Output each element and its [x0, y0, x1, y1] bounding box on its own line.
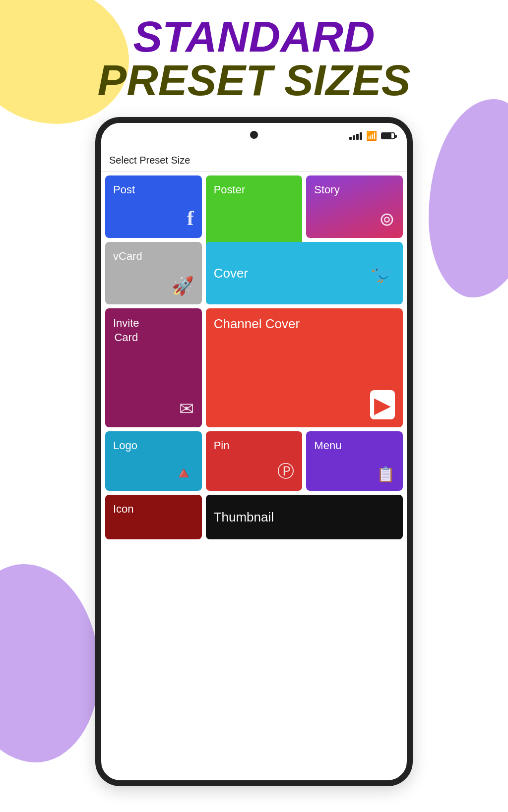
invite-icon: ✉ — [179, 399, 194, 419]
preset-btn-thumbnail[interactable]: Thumbnail — [206, 495, 403, 539]
preset-btn-invite[interactable]: InviteCard ✉ — [105, 308, 202, 427]
header: STANDARD PRESET SIZES — [0, 0, 508, 112]
preset-label-thumbnail: Thumbnail — [214, 510, 274, 525]
preset-btn-story[interactable]: Story ⊚ — [306, 175, 403, 238]
signal-icon — [349, 132, 362, 140]
phone-mockup: 📶 Select Preset Size Post f Poster 🗞 — [95, 117, 413, 786]
status-right: 📶 — [349, 130, 395, 141]
rocket-icon: 🚀 — [172, 276, 194, 296]
preset-btn-pin[interactable]: Pin Ⓟ — [206, 431, 303, 491]
preset-btn-cover[interactable]: Cover 🐦 — [206, 242, 403, 304]
preset-label-cover: Cover — [214, 266, 248, 281]
battery-icon — [381, 132, 395, 139]
twitter-icon: 🐦 — [370, 262, 395, 285]
logo-icon: 🔺 — [173, 463, 194, 483]
preset-label-poster: Poster — [214, 183, 246, 196]
header-title-line1: STANDARD — [0, 15, 508, 58]
preset-btn-channel-cover[interactable]: Channel Cover ▶ — [206, 308, 403, 427]
youtube-icon: ▶ — [370, 390, 395, 419]
preset-btn-vcard[interactable]: vCard 🚀 — [105, 242, 202, 304]
preset-btn-logo[interactable]: Logo 🔺 — [105, 431, 202, 491]
status-bar: 📶 — [101, 123, 407, 149]
app-title-bar: Select Preset Size — [101, 149, 407, 172]
preset-label-vcard: vCard — [113, 250, 142, 263]
preset-grid: Post f Poster 🗞 Story ⊚ vCard 🚀 Cover — [101, 172, 407, 543]
preset-label-logo: Logo — [113, 439, 137, 452]
preset-btn-menu[interactable]: Menu 📋 — [306, 431, 403, 491]
preset-btn-icon[interactable]: Icon — [105, 495, 202, 539]
facebook-icon: f — [187, 206, 194, 230]
camera-notch — [250, 131, 258, 139]
preset-label-channel-cover: Channel Cover — [214, 316, 300, 332]
preset-label-invite: InviteCard — [113, 316, 139, 345]
screen-title: Select Preset Size — [109, 155, 399, 166]
preset-label-pin: Pin — [214, 439, 230, 452]
preset-label-story: Story — [314, 183, 339, 196]
preset-label-post: Post — [113, 183, 135, 196]
wifi-icon: 📶 — [366, 130, 377, 141]
preset-label-icon: Icon — [113, 503, 134, 516]
phone-wrapper: 📶 Select Preset Size Post f Poster 🗞 — [0, 117, 508, 786]
header-title-line2: PRESET SIZES — [0, 58, 508, 102]
pinterest-icon: Ⓟ — [277, 460, 294, 483]
menu-icon: 📋 — [377, 465, 395, 483]
preset-btn-post[interactable]: Post f — [105, 175, 202, 238]
instagram-icon: ⊚ — [379, 208, 395, 230]
preset-label-menu: Menu — [314, 439, 341, 452]
